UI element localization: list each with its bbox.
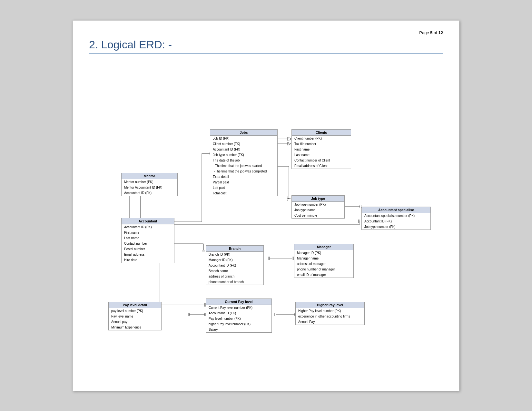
accountant-row-4: Contact number bbox=[122, 241, 174, 246]
acc-spec-row-1: Accountant specialise number (PK) bbox=[362, 213, 430, 219]
current-pay-row-5: Salary bbox=[206, 327, 271, 332]
branch-row-6: phone number of branch bbox=[206, 279, 263, 285]
clients-row-1: Client number (PK) bbox=[292, 136, 351, 141]
page-number: Page 5 of 12 bbox=[89, 30, 443, 35]
current-pay-row-2: Accountant ID (FK) bbox=[206, 310, 271, 316]
job-type-row-2: Job type name bbox=[292, 207, 344, 213]
higher-pay-row-1: Higher Pay level number (PK) bbox=[296, 308, 364, 314]
entity-accountant: Accountant Accountant ID (PK) First name… bbox=[121, 218, 174, 263]
heading-divider bbox=[89, 53, 443, 54]
higher-pay-row-3: Annual Pay bbox=[296, 319, 364, 325]
manager-row-1: Manager ID (PK) bbox=[294, 250, 353, 256]
jobs-row-2: Client number (FK) bbox=[210, 141, 277, 147]
erd-diagram: Jobs Job ID (PK) Client number (FK) Acco… bbox=[89, 60, 443, 340]
acc-spec-row-3: Job type number (FK) bbox=[362, 224, 430, 230]
clients-row-5: Contact number of Client bbox=[292, 158, 351, 163]
svg-line-12 bbox=[287, 199, 289, 201]
mentor-row-2: Mentor Accountant ID (FK) bbox=[122, 185, 177, 190]
accountant-row-5: Postal number bbox=[122, 246, 174, 252]
jobs-row-4: Job type number (FK) bbox=[210, 152, 277, 158]
entity-job-type: Job type Job type number (PK) Job type n… bbox=[291, 195, 345, 219]
svg-line-2 bbox=[289, 139, 291, 141]
job-type-row-3: Cost per minute bbox=[292, 213, 344, 218]
pay-detail-row-1: pay level number (PK) bbox=[109, 308, 161, 314]
jobs-row-3: Accountant ID (FK) bbox=[210, 147, 277, 152]
acc-spec-row-2: Accountant ID (FK) bbox=[362, 219, 430, 224]
entity-branch: Branch Branch ID (PK) Manager ID (FK) Ac… bbox=[206, 245, 264, 285]
entity-branch-header: Branch bbox=[206, 246, 263, 252]
pay-detail-row-4: Minimum Experience bbox=[109, 325, 161, 330]
entity-accountant-specialise: Accountant specialise Accountant special… bbox=[361, 207, 431, 230]
entity-pay-detail-header: Pay level detail bbox=[109, 302, 161, 308]
svg-line-11 bbox=[287, 197, 289, 199]
accountant-row-2: First name bbox=[122, 230, 174, 235]
entity-current-pay-header: Current Pay level bbox=[206, 299, 271, 305]
job-type-row-1: Job type number (PK) bbox=[292, 202, 344, 207]
manager-row-4: phone number of manager bbox=[294, 267, 353, 272]
mentor-row-3: Accountant ID (FK) bbox=[122, 190, 177, 196]
clients-row-3: First name bbox=[292, 147, 351, 152]
entity-clients-header: Clients bbox=[292, 130, 351, 136]
jobs-row-5: The date of the job bbox=[210, 158, 277, 163]
accountant-row-6: Email address bbox=[122, 252, 174, 257]
entity-acc-spec-header: Accountant specialise bbox=[362, 207, 430, 213]
svg-line-7 bbox=[288, 144, 291, 145]
entity-manager: Manager Manager ID (PK) Manager name add… bbox=[294, 244, 354, 278]
page-heading: 2. Logical ERD: - bbox=[89, 38, 443, 51]
entity-jobs-header: Jobs bbox=[210, 130, 277, 136]
entity-jobs: Jobs Job ID (PK) Client number (FK) Acco… bbox=[210, 129, 278, 196]
branch-row-5: address of branch bbox=[206, 274, 263, 279]
clients-row-6: Email address of Client bbox=[292, 163, 351, 169]
entity-higher-pay-header: Higher Pay level bbox=[296, 302, 364, 308]
jobs-row-6: ·The time that the job was started bbox=[210, 163, 277, 169]
entity-mentor: Mentor Mentor number (PK) Mentor Account… bbox=[121, 173, 178, 196]
mentor-row-1: Mentor number (PK) bbox=[122, 179, 177, 185]
entity-job-type-header: Job type bbox=[292, 196, 344, 202]
accountant-row-3: Last name bbox=[122, 235, 174, 241]
jobs-row-1: Job ID (PK) bbox=[210, 136, 277, 141]
accountant-row-1: Accountant ID (PK) bbox=[122, 224, 174, 230]
pay-detail-row-3: Annual pay bbox=[109, 319, 161, 325]
pay-detail-row-2: Pay level name bbox=[109, 314, 161, 319]
entity-mentor-header: Mentor bbox=[122, 173, 177, 179]
jobs-row-11: Total cost bbox=[210, 191, 277, 196]
current-pay-row-4: higher Pay level number (FK) bbox=[206, 321, 271, 327]
manager-row-3: address of manager bbox=[294, 261, 353, 267]
jobs-row-7: ·The time that the job was completed bbox=[210, 169, 277, 174]
entity-clients: Clients Client number (PK) Tax file numb… bbox=[291, 129, 351, 169]
jobs-row-9: Partial paid bbox=[210, 180, 277, 185]
branch-row-3: Accountant ID (FK) bbox=[206, 263, 263, 268]
jobs-row-10: Left paid bbox=[210, 185, 277, 191]
svg-line-1 bbox=[289, 137, 291, 139]
higher-pay-row-2: experience in other accounting firms bbox=[296, 314, 364, 319]
branch-row-1: Branch ID (PK) bbox=[206, 252, 263, 257]
branch-row-4: Branch name bbox=[206, 268, 263, 274]
page: Page 5 of 12 2. Logical ERD: - bbox=[73, 20, 459, 391]
accountant-row-7: Hire date bbox=[122, 257, 174, 263]
entity-higher-pay: Higher Pay level Higher Pay level number… bbox=[295, 302, 365, 325]
current-pay-row-3: Pay level number (FK) bbox=[206, 316, 271, 321]
entity-current-pay: Current Pay level Current Pay level numb… bbox=[206, 298, 272, 333]
manager-row-5: email ID of manager bbox=[294, 272, 353, 278]
svg-line-6 bbox=[288, 142, 291, 144]
clients-row-4: Last name bbox=[292, 152, 351, 158]
clients-row-2: Tax file number bbox=[292, 141, 351, 147]
manager-row-2: Manager name bbox=[294, 256, 353, 261]
entity-pay-level-detail: Pay level detail pay level number (PK) P… bbox=[108, 302, 162, 330]
current-pay-row-1: Current Pay level number (PK) bbox=[206, 305, 271, 310]
entity-manager-header: Manager bbox=[294, 244, 353, 250]
entity-accountant-header: Accountant bbox=[122, 218, 174, 224]
branch-row-2: Manager ID (FK) bbox=[206, 257, 263, 263]
jobs-row-8: Extra detail bbox=[210, 174, 277, 180]
